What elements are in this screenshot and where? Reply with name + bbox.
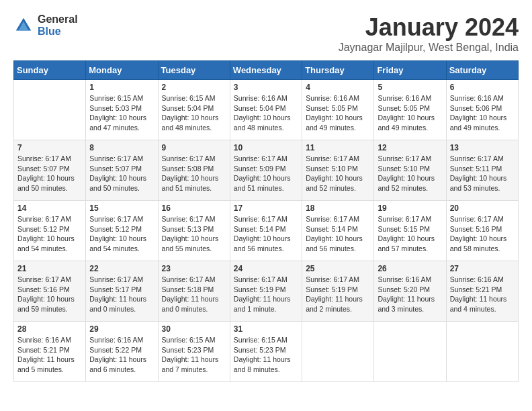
sunrise-text: Sunrise: 6:17 AM xyxy=(378,154,431,163)
sunset-text: Sunset: 5:14 PM xyxy=(306,225,358,233)
header-thursday: Thursday xyxy=(302,61,374,80)
day-info: Sunrise: 6:17 AM Sunset: 5:16 PM Dayligh… xyxy=(17,275,82,314)
sunset-text: Sunset: 5:16 PM xyxy=(17,285,70,293)
calendar-cell: 16 Sunrise: 6:17 AM Sunset: 5:13 PM Dayl… xyxy=(158,201,230,261)
sunset-text: Sunset: 5:19 PM xyxy=(306,285,358,293)
day-info: Sunrise: 6:16 AM Sunset: 5:06 PM Dayligh… xyxy=(450,93,515,133)
sunset-text: Sunset: 5:04 PM xyxy=(234,104,286,112)
sunset-text: Sunset: 5:05 PM xyxy=(306,104,358,112)
logo-text: General Blue xyxy=(38,13,78,37)
sunset-text: Sunset: 5:14 PM xyxy=(234,225,286,233)
sunset-text: Sunset: 5:21 PM xyxy=(450,285,502,293)
day-number: 31 xyxy=(234,324,298,334)
calendar-body: 1 Sunrise: 6:15 AM Sunset: 5:03 PM Dayli… xyxy=(14,80,519,382)
daylight-text: Daylight: 11 hours and 8 minutes. xyxy=(234,355,291,373)
sunset-text: Sunset: 5:12 PM xyxy=(89,225,142,233)
day-info: Sunrise: 6:17 AM Sunset: 5:08 PM Dayligh… xyxy=(162,154,226,193)
daylight-text: Daylight: 11 hours and 3 minutes. xyxy=(378,295,435,313)
day-number: 16 xyxy=(162,203,226,213)
day-number: 17 xyxy=(234,203,298,213)
page-header: General Blue January 2024 Jaynagar Majil… xyxy=(13,13,519,54)
daylight-text: Daylight: 11 hours and 6 minutes. xyxy=(89,355,146,373)
day-info: Sunrise: 6:17 AM Sunset: 5:16 PM Dayligh… xyxy=(450,214,515,254)
daylight-text: Daylight: 10 hours and 49 minutes. xyxy=(450,113,507,132)
calendar-cell: 21 Sunrise: 6:17 AM Sunset: 5:16 PM Dayl… xyxy=(14,261,86,322)
day-info: Sunrise: 6:15 AM Sunset: 5:04 PM Dayligh… xyxy=(162,93,226,133)
calendar-cell xyxy=(374,322,446,382)
sunrise-text: Sunrise: 6:17 AM xyxy=(89,275,143,283)
sunrise-text: Sunrise: 6:16 AM xyxy=(17,336,71,344)
day-info: Sunrise: 6:16 AM Sunset: 5:22 PM Dayligh… xyxy=(89,335,154,375)
sunrise-text: Sunrise: 6:17 AM xyxy=(17,215,71,223)
sunrise-text: Sunrise: 6:17 AM xyxy=(450,154,504,163)
day-number: 19 xyxy=(378,203,442,213)
daylight-text: Daylight: 10 hours and 54 minutes. xyxy=(89,234,146,253)
calendar-cell: 24 Sunrise: 6:17 AM Sunset: 5:19 PM Dayl… xyxy=(230,261,302,322)
sunrise-text: Sunrise: 6:17 AM xyxy=(450,215,504,223)
day-info: Sunrise: 6:17 AM Sunset: 5:19 PM Dayligh… xyxy=(306,275,370,314)
sunrise-text: Sunrise: 6:16 AM xyxy=(450,275,504,283)
daylight-text: Daylight: 10 hours and 50 minutes. xyxy=(89,174,146,192)
calendar-cell: 30 Sunrise: 6:15 AM Sunset: 5:23 PM Dayl… xyxy=(158,322,230,382)
calendar-cell: 2 Sunrise: 6:15 AM Sunset: 5:04 PM Dayli… xyxy=(158,80,230,140)
day-info: Sunrise: 6:17 AM Sunset: 5:10 PM Dayligh… xyxy=(306,154,370,193)
sunset-text: Sunset: 5:17 PM xyxy=(89,285,142,293)
sunrise-text: Sunrise: 6:16 AM xyxy=(89,336,143,344)
sunset-text: Sunset: 5:15 PM xyxy=(378,225,430,233)
logo-blue: Blue xyxy=(38,26,78,38)
calendar-cell: 19 Sunrise: 6:17 AM Sunset: 5:15 PM Dayl… xyxy=(374,201,446,261)
sunset-text: Sunset: 5:22 PM xyxy=(89,346,142,354)
sunset-text: Sunset: 5:07 PM xyxy=(17,165,70,173)
daylight-text: Daylight: 10 hours and 50 minutes. xyxy=(17,174,75,192)
day-number: 11 xyxy=(306,143,370,152)
day-info: Sunrise: 6:17 AM Sunset: 5:13 PM Dayligh… xyxy=(162,214,226,254)
daylight-text: Daylight: 10 hours and 54 minutes. xyxy=(17,234,75,253)
logo-icon xyxy=(13,15,34,36)
calendar-cell: 14 Sunrise: 6:17 AM Sunset: 5:12 PM Dayl… xyxy=(14,201,86,261)
calendar-cell: 15 Sunrise: 6:17 AM Sunset: 5:12 PM Dayl… xyxy=(86,201,158,261)
day-number: 7 xyxy=(17,143,82,152)
day-number: 25 xyxy=(306,264,370,273)
logo-general: General xyxy=(38,13,78,26)
daylight-text: Daylight: 10 hours and 51 minutes. xyxy=(234,174,291,192)
calendar-cell: 12 Sunrise: 6:17 AM Sunset: 5:10 PM Dayl… xyxy=(374,140,446,201)
header-tuesday: Tuesday xyxy=(158,61,230,80)
daylight-text: Daylight: 11 hours and 2 minutes. xyxy=(306,295,363,313)
calendar-cell: 25 Sunrise: 6:17 AM Sunset: 5:19 PM Dayl… xyxy=(302,261,374,322)
day-number: 9 xyxy=(162,143,226,152)
sunrise-text: Sunrise: 6:15 AM xyxy=(234,336,287,344)
day-info: Sunrise: 6:16 AM Sunset: 5:05 PM Dayligh… xyxy=(378,93,442,133)
daylight-text: Daylight: 10 hours and 59 minutes. xyxy=(17,295,75,313)
sunset-text: Sunset: 5:20 PM xyxy=(378,285,430,293)
calendar-cell: 1 Sunrise: 6:15 AM Sunset: 5:03 PM Dayli… xyxy=(86,80,158,140)
header-monday: Monday xyxy=(86,61,158,80)
sunrise-text: Sunrise: 6:16 AM xyxy=(378,94,431,102)
calendar-cell: 9 Sunrise: 6:17 AM Sunset: 5:08 PM Dayli… xyxy=(158,140,230,201)
daylight-text: Daylight: 10 hours and 51 minutes. xyxy=(162,174,219,192)
month-title: January 2024 xyxy=(339,13,519,42)
daylight-text: Daylight: 11 hours and 0 minutes. xyxy=(89,295,146,313)
daylight-text: Daylight: 10 hours and 48 minutes. xyxy=(162,113,219,132)
sunrise-text: Sunrise: 6:17 AM xyxy=(162,215,216,223)
sunrise-text: Sunrise: 6:17 AM xyxy=(17,154,71,163)
calendar-header: Sunday Monday Tuesday Wednesday Thursday… xyxy=(14,61,519,80)
sunset-text: Sunset: 5:10 PM xyxy=(306,165,358,173)
day-info: Sunrise: 6:17 AM Sunset: 5:14 PM Dayligh… xyxy=(306,214,370,254)
sunset-text: Sunset: 5:09 PM xyxy=(234,165,286,173)
day-number: 26 xyxy=(378,264,442,273)
day-info: Sunrise: 6:16 AM Sunset: 5:20 PM Dayligh… xyxy=(378,275,442,314)
calendar-cell: 8 Sunrise: 6:17 AM Sunset: 5:07 PM Dayli… xyxy=(86,140,158,201)
header-saturday: Saturday xyxy=(446,61,518,80)
daylight-text: Daylight: 10 hours and 49 minutes. xyxy=(306,113,363,132)
calendar-cell: 6 Sunrise: 6:16 AM Sunset: 5:06 PM Dayli… xyxy=(446,80,518,140)
day-number: 22 xyxy=(89,264,154,273)
calendar-cell: 3 Sunrise: 6:16 AM Sunset: 5:04 PM Dayli… xyxy=(230,80,302,140)
calendar-week-row: 21 Sunrise: 6:17 AM Sunset: 5:16 PM Dayl… xyxy=(14,261,519,322)
sunrise-text: Sunrise: 6:17 AM xyxy=(89,154,143,163)
sunrise-text: Sunrise: 6:17 AM xyxy=(378,215,431,223)
sunrise-text: Sunrise: 6:17 AM xyxy=(162,154,216,163)
sunrise-text: Sunrise: 6:17 AM xyxy=(306,154,359,163)
day-info: Sunrise: 6:17 AM Sunset: 5:19 PM Dayligh… xyxy=(234,275,298,314)
sunset-text: Sunset: 5:13 PM xyxy=(162,225,214,233)
sunset-text: Sunset: 5:23 PM xyxy=(234,346,286,354)
